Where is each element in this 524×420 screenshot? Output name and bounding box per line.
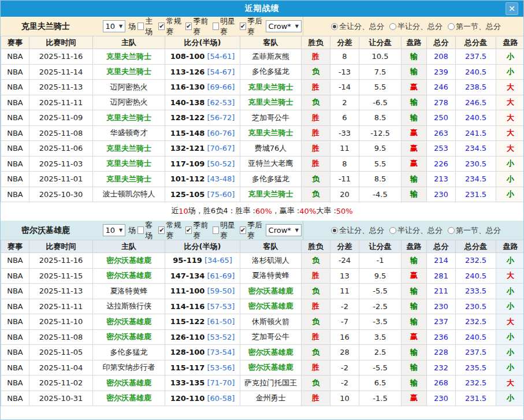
- handicap-outcome-cell: 赢: [402, 125, 427, 141]
- away-team-cell: 密尔沃基雄鹿: [240, 299, 302, 314]
- handicap-line-cell: 3.5: [359, 329, 402, 345]
- half-score: [71-70]: [205, 378, 235, 387]
- radio-unselected-icon[interactable]: [448, 23, 455, 30]
- over-under-cell: 小: [496, 187, 524, 202]
- column-header: 赛事: [1, 36, 29, 49]
- checkbox-unchecked-icon[interactable]: [137, 23, 144, 30]
- result-cell: 负: [302, 95, 330, 110]
- games-count-select[interactable]: 10 ▼: [103, 224, 126, 236]
- dialog-title: 近期战绩: [245, 3, 280, 14]
- score-cell: 101-112 [43-48]: [165, 172, 240, 187]
- over-under-cell: 大: [496, 141, 524, 157]
- league-cell: NBA: [1, 360, 29, 376]
- filter-checkbox-item: 主场: [136, 16, 157, 37]
- home-team-cell: 克里夫兰骑士: [93, 110, 165, 126]
- column-header: 总分盘: [456, 36, 496, 49]
- home-team-cell: 克里夫兰骑士: [93, 49, 165, 65]
- home-team-cell: 密尔沃基雄鹿: [93, 268, 165, 284]
- home-team-cell: 克里夫兰骑士: [93, 172, 165, 187]
- checkbox-label: 明星赛: [220, 220, 239, 241]
- result-cell: 负: [302, 64, 330, 80]
- summary-stat-value: 40%: [299, 207, 316, 215]
- checkbox-unchecked-icon[interactable]: [137, 226, 144, 234]
- games-count-select[interactable]: 10 ▼: [103, 20, 126, 32]
- home-team-cell: 密尔沃基雄鹿: [93, 391, 165, 406]
- total-points-cell: 253: [427, 141, 456, 157]
- radio-selected-icon[interactable]: [331, 227, 338, 234]
- date-cell: 2025-11-16: [29, 253, 93, 269]
- checkbox-checked-icon[interactable]: ✔: [185, 226, 192, 234]
- radio-label: 第一节、总分: [456, 225, 501, 236]
- score-cell: 116-130 [69-66]: [165, 80, 240, 95]
- handicap-line-cell: -5.5: [359, 284, 402, 299]
- total-points-cell: 239: [427, 64, 456, 80]
- table-row: NBA2025-11-09克里夫兰骑士128-122 [56-72]芝加哥公牛胜…: [1, 110, 524, 126]
- diff-cell: 2: [330, 95, 359, 110]
- total-line-cell: 240.5: [456, 329, 496, 345]
- close-button[interactable]: ✕: [506, 2, 518, 15]
- handicap-outcome-cell: 输: [402, 172, 427, 187]
- total-points-cell: 230: [427, 187, 456, 202]
- total-line-cell: 235.5: [456, 360, 496, 376]
- total-points-cell: 230: [427, 299, 456, 314]
- radio-unselected-icon[interactable]: [389, 227, 396, 234]
- checkbox-checked-icon[interactable]: ✔: [240, 23, 246, 30]
- diff-cell: -13: [330, 64, 359, 80]
- away-team-cell: 芝加哥公牛: [240, 110, 302, 126]
- checkbox-checked-icon[interactable]: ✔: [158, 23, 165, 30]
- table-header-row: 赛事比赛时间主队比分(半场)客队胜负分差让分盘盘路总分总分盘盘路: [1, 36, 524, 49]
- result-cell: 负: [302, 345, 330, 360]
- score-cell: 132-121 [70-67]: [165, 141, 240, 157]
- handicap-line-cell: 5.5: [359, 156, 402, 172]
- result-cell: 负: [302, 187, 330, 202]
- full-score: 115-117: [170, 363, 205, 372]
- home-team-cell: 克里夫兰骑士: [93, 141, 165, 157]
- total-points-cell: 237: [427, 314, 456, 330]
- checkbox-checked-icon[interactable]: ✔: [185, 23, 192, 30]
- table-row: NBA2025-11-14克里夫兰骑士113-126 [54-67]多伦多猛龙负…: [1, 64, 524, 80]
- checkbox-label: 季后赛: [247, 16, 266, 37]
- odds-company-select[interactable]: Crow* ▼: [266, 224, 302, 236]
- total-line-cell: 232.5: [456, 253, 496, 269]
- column-header: 分差: [330, 36, 359, 49]
- checkbox-checked-icon[interactable]: ✔: [158, 226, 165, 234]
- result-cell: 胜: [302, 360, 330, 376]
- full-score: 115-122: [170, 317, 205, 326]
- column-header: 盘路: [402, 240, 427, 253]
- handicap-outcome-cell: 输: [402, 49, 427, 65]
- checkbox-unchecked-icon[interactable]: [213, 23, 219, 30]
- radio-selected-icon[interactable]: [331, 23, 338, 30]
- handicap-line-cell: 9.5: [359, 268, 402, 284]
- handicap-line-cell: 8.5: [359, 110, 402, 126]
- result-cell: 胜: [302, 156, 330, 172]
- radio-unselected-icon[interactable]: [448, 227, 455, 234]
- full-score: 140-138: [170, 98, 205, 107]
- checkbox-unchecked-icon[interactable]: [213, 226, 219, 234]
- date-cell: 2025-11-01: [29, 172, 93, 187]
- result-cell: 胜: [302, 329, 330, 345]
- date-cell: 2025-10-31: [29, 391, 93, 406]
- full-score: 114-116: [170, 302, 205, 311]
- column-header: 分差: [330, 240, 359, 253]
- summary-text: 大率 :: [316, 206, 336, 216]
- full-score: 133-135: [170, 378, 205, 387]
- home-team-cell: 克里夫兰骑士: [93, 156, 165, 172]
- full-score: 108-100: [170, 52, 205, 61]
- full-score: 128-100: [170, 348, 205, 356]
- column-header: 主队: [93, 240, 165, 253]
- results-table: 赛事比赛时间主队比分(半场)客队胜负分差让分盘盘路总分总分盘盘路 NBA2025…: [1, 36, 524, 202]
- diff-cell: 28: [330, 345, 359, 360]
- half-score: [60-76]: [205, 129, 235, 137]
- score-cell: 111-100 [59-50]: [165, 284, 240, 299]
- odds-company-select[interactable]: Crow* ▼: [266, 20, 302, 32]
- date-cell: 2025-11-14: [29, 64, 93, 80]
- result-cell: 胜: [302, 299, 330, 314]
- summary-text: 场，胜6负4：胜率 :: [188, 206, 255, 216]
- over-under-cell: 小: [496, 329, 524, 345]
- diff-cell: 8: [330, 156, 359, 172]
- checkbox-checked-icon[interactable]: ✔: [240, 226, 246, 234]
- table-row: NBA2025-10-30波士顿凯尔特人125-105 [75-60]克里夫兰骑…: [1, 187, 524, 202]
- recent-results-dialog: 近期战绩 ✕ 克里夫兰骑士 10 ▼ 场 主场✔常规赛✔季前赛明星赛✔季后赛 C…: [0, 0, 524, 420]
- radio-unselected-icon[interactable]: [389, 23, 396, 30]
- home-team-cell: 克里夫兰骑士: [93, 64, 165, 80]
